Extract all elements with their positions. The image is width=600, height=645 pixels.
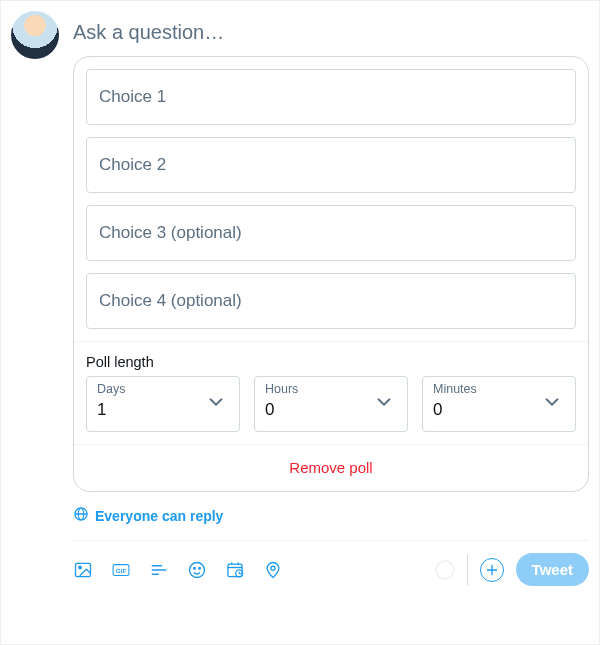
svg-rect-0 [76,563,91,576]
tweet-composer: Poll length Days 1 Hours 0 [11,11,589,586]
add-tweet-button[interactable] [480,558,504,582]
poll-days-select[interactable]: Days 1 [86,376,240,432]
toolbar-icons: GIF [73,560,283,580]
poll-question-input[interactable] [73,11,589,56]
remove-poll-block: Remove poll [74,445,588,491]
chevron-down-icon [541,391,563,417]
poll-choice-4-input[interactable] [86,273,576,329]
svg-point-7 [190,562,205,577]
svg-text:GIF: GIF [116,566,127,573]
gif-icon[interactable]: GIF [111,560,131,580]
chevron-down-icon [373,391,395,417]
media-icon[interactable] [73,560,93,580]
svg-point-17 [271,566,275,570]
emoji-icon[interactable] [187,560,207,580]
remove-poll-button[interactable]: Remove poll [289,459,372,476]
poll-length-row: Days 1 Hours 0 Minutes [86,376,576,432]
svg-point-9 [199,567,201,569]
composer-main: Poll length Days 1 Hours 0 [73,11,589,586]
svg-line-16 [239,573,241,574]
reply-settings-label: Everyone can reply [95,508,223,524]
toolbar-divider [467,555,468,585]
tweet-button[interactable]: Tweet [516,553,589,586]
poll-card: Poll length Days 1 Hours 0 [73,56,589,492]
poll-choice-3-input[interactable] [86,205,576,261]
svg-point-1 [79,566,82,569]
poll-icon[interactable] [149,560,169,580]
poll-choice-1-input[interactable] [86,69,576,125]
svg-point-8 [194,567,196,569]
chevron-down-icon [205,391,227,417]
reply-settings[interactable]: Everyone can reply [73,492,589,541]
poll-minutes-select[interactable]: Minutes 0 [422,376,576,432]
poll-choice-2-input[interactable] [86,137,576,193]
composer-toolbar: GIF Tweet [73,541,589,586]
poll-hours-select[interactable]: Hours 0 [254,376,408,432]
poll-length-label: Poll length [86,354,576,370]
char-progress-circle [435,560,455,580]
avatar[interactable] [11,11,59,59]
poll-length-block: Poll length Days 1 Hours 0 [74,342,588,445]
poll-choices [74,57,588,342]
location-icon[interactable] [263,560,283,580]
globe-icon [73,506,89,526]
schedule-icon[interactable] [225,560,245,580]
